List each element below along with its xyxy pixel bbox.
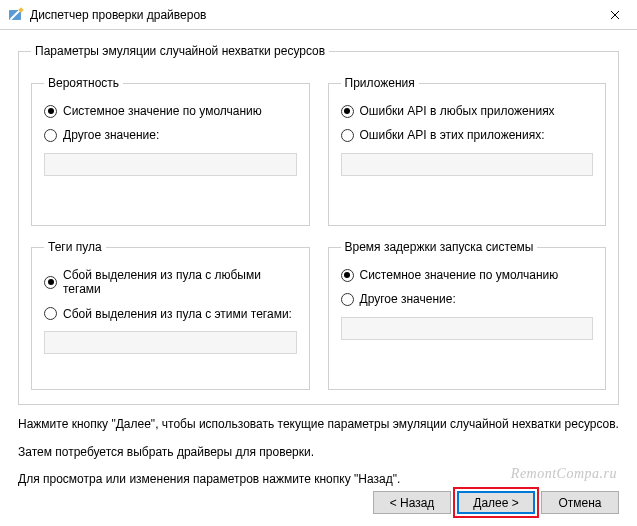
radio-label: Другое значение:	[360, 292, 456, 306]
instruction-line-2: Затем потребуется выбрать драйверы для п…	[18, 445, 619, 461]
radio-label: Ошибки API в любых приложениях	[360, 104, 555, 118]
wizard-footer: < Назад Далее > Отмена	[373, 491, 619, 514]
group-boot-delay-legend: Время задержки запуска системы	[341, 240, 538, 254]
radio-icon	[44, 276, 57, 289]
radio-label: Системное значение по умолчанию	[63, 104, 262, 118]
instructions-block: Нажмите кнопку "Далее", чтобы использова…	[0, 405, 637, 488]
radio-delay-default[interactable]: Системное значение по умолчанию	[341, 268, 594, 282]
radio-label: Ошибки API в этих приложениях:	[360, 128, 545, 142]
radio-icon	[341, 105, 354, 118]
radio-probability-default[interactable]: Системное значение по умолчанию	[44, 104, 297, 118]
group-applications: Приложения Ошибки API в любых приложения…	[328, 76, 607, 226]
group-probability-legend: Вероятность	[44, 76, 123, 90]
instruction-line-1: Нажмите кнопку "Далее", чтобы использова…	[18, 417, 619, 433]
radio-apps-these[interactable]: Ошибки API в этих приложениях:	[341, 128, 594, 142]
cancel-button[interactable]: Отмена	[541, 491, 619, 514]
radio-icon	[44, 129, 57, 142]
radio-tags-any[interactable]: Сбой выделения из пула с любыми тегами	[44, 268, 297, 297]
content-area: Параметры эмуляции случайной нехватки ре…	[0, 30, 637, 405]
group-pool-tags-legend: Теги пула	[44, 240, 106, 254]
outer-group-legend: Параметры эмуляции случайной нехватки ре…	[31, 44, 329, 58]
settings-grid: Вероятность Системное значение по умолча…	[31, 76, 606, 390]
group-probability: Вероятность Системное значение по умолча…	[31, 76, 310, 226]
radio-probability-other[interactable]: Другое значение:	[44, 128, 297, 142]
radio-delay-other[interactable]: Другое значение:	[341, 292, 594, 306]
back-button[interactable]: < Назад	[373, 491, 451, 514]
close-icon	[610, 10, 620, 20]
window-title: Диспетчер проверки драйверов	[30, 8, 592, 22]
radio-icon	[44, 105, 57, 118]
radio-icon	[341, 293, 354, 306]
delay-value-input	[341, 317, 594, 340]
group-boot-delay: Время задержки запуска системы Системное…	[328, 240, 607, 390]
title-bar: Диспетчер проверки драйверов	[0, 0, 637, 30]
app-icon	[8, 7, 24, 23]
radio-label: Сбой выделения из пула с любыми тегами	[63, 268, 297, 297]
radio-icon	[44, 307, 57, 320]
radio-tags-these[interactable]: Сбой выделения из пула с этими тегами:	[44, 307, 297, 321]
radio-icon	[341, 129, 354, 142]
probability-value-input	[44, 153, 297, 176]
apps-value-input	[341, 153, 594, 176]
group-applications-legend: Приложения	[341, 76, 419, 90]
radio-icon	[341, 269, 354, 282]
tags-value-input	[44, 331, 297, 354]
radio-label: Другое значение:	[63, 128, 159, 142]
close-button[interactable]	[592, 0, 637, 30]
outer-group: Параметры эмуляции случайной нехватки ре…	[18, 44, 619, 405]
group-pool-tags: Теги пула Сбой выделения из пула с любым…	[31, 240, 310, 390]
instruction-line-3: Для просмотра или изменения параметров н…	[18, 472, 619, 488]
radio-apps-any[interactable]: Ошибки API в любых приложениях	[341, 104, 594, 118]
next-button[interactable]: Далее >	[457, 491, 535, 514]
radio-label: Системное значение по умолчанию	[360, 268, 559, 282]
radio-label: Сбой выделения из пула с этими тегами:	[63, 307, 292, 321]
